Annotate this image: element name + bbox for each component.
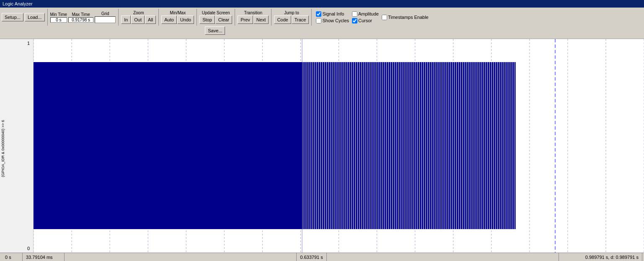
toolbar: Setup... Load... Min Time 0 s Max Time 0… [0,8,644,39]
trace-button[interactable]: Trace [292,16,309,24]
signal-info-checkbox[interactable] [316,11,321,17]
cursor-checkbox-item: Cursor [352,18,379,23]
grid-input[interactable] [95,16,116,23]
show-cycles-label: Show Cycles [322,18,349,23]
max-time-value: 0.91798 s [68,17,93,23]
max-time-label: Max Time [72,12,90,17]
title-bar: Logic Analyzer [0,0,644,8]
cursor-label: Cursor [358,18,372,23]
title-text: Logic Analyzer [3,1,33,6]
main-area: 1 (GPIOA_IDR & 0x00000040) >> 6 0 [0,39,644,253]
save-button[interactable]: Save... [205,26,225,35]
jump-to-label: Jump to [284,10,299,15]
undo-button[interactable]: Undo [177,16,194,24]
update-screen-label: Update Screen [202,10,230,15]
y-axis: 1 (GPIOA_IDR & 0x00000040) >> 6 0 [0,39,34,253]
auto-button[interactable]: Auto [161,16,177,24]
zoom-in-button[interactable]: In [121,16,131,24]
show-cycles-checkbox[interactable] [316,18,321,23]
status-right: 0.989791 s, d: 0.989791 s [559,253,642,261]
stop-button[interactable]: Stop [199,16,215,24]
status-bar: 0 s 33.79104 ms 0.633791 s 0.989791 s, d… [0,253,644,261]
amplitude-label: Amplitude [358,11,379,16]
setup-button[interactable]: Setup... [2,13,23,21]
amplitude-checkbox-item: Amplitude [352,11,379,17]
signal-info-label: Signal Info [322,11,344,16]
minmax-label: Min/Max [170,10,186,15]
amplitude-checkbox[interactable] [352,11,357,17]
zoom-label: Zoom [133,10,144,15]
status-center: 0.633791 s [296,253,326,261]
signal-info-checkbox-item: Signal Info [316,11,349,17]
cursor-checkbox[interactable] [352,18,357,23]
y-top-value: 1 [2,41,31,46]
grid-label: Grid [101,11,109,16]
min-time-value: 0 s [50,17,67,23]
next-button[interactable]: Next [253,16,269,24]
timestamps-checkbox[interactable] [382,15,387,20]
load-button[interactable]: Load... [25,13,45,21]
transition-label: Transition [244,10,263,15]
min-time-label: Min Time [50,12,67,17]
zoom-out-button[interactable]: Out [131,16,145,24]
signal-area [34,39,644,253]
prev-button[interactable]: Prev [238,16,253,24]
signal-canvas [34,39,644,253]
zoom-all-button[interactable]: All [145,16,156,24]
status-mid-left: 33.79104 ms [23,253,65,261]
code-button[interactable]: Code [274,16,291,24]
clear-button[interactable]: Clear [215,16,232,24]
timestamps-checkbox-item: Timestamps Enable [382,15,429,20]
y-bottom-value: 0 [2,246,31,251]
timestamps-label: Timestamps Enable [388,15,429,20]
y-signal-name: (GPIOA_IDR & 0x00000040) >> 6 [1,120,5,177]
status-left: 0 s [2,253,23,261]
show-cycles-checkbox-item: Show Cycles [316,18,349,23]
